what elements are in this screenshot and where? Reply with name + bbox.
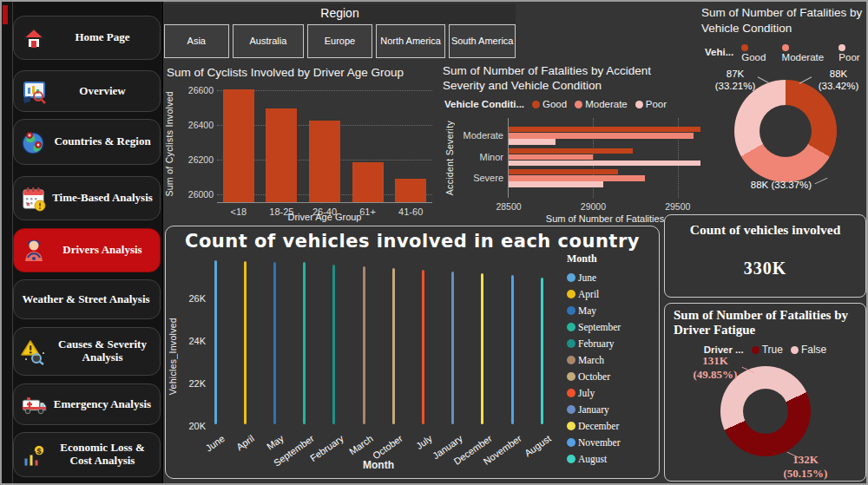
legend-dot [567,438,575,447]
legend-title: Driver ... [704,344,744,355]
region-filter-buttons: Asia Australia Europe North America Sout… [164,24,516,58]
line-may[interactable] [273,262,276,424]
chart-legend: Vehi... Good Moderate Poor [705,42,868,62]
sidebar-item-time-based[interactable]: Time-Based Analysis [13,176,161,220]
legend-item-false[interactable]: False [791,344,826,356]
legend-dot [782,44,789,51]
legend-item-november[interactable]: November [567,434,657,450]
legend-dot [567,455,575,463]
legend-item-poor[interactable]: Poor [838,42,868,62]
fatalities-by-fatigue-donut: Sum of Number of Fatalities by Driver Fa… [664,303,866,482]
x-axis-title: Month [305,459,452,471]
bar-moderate-poor[interactable] [509,139,556,144]
warning-magnifier-icon [17,336,50,367]
overview-icon [17,75,50,107]
bar-26-40[interactable] [309,121,340,202]
x-tick-label: 29000 [581,201,606,212]
bar-moderate-moderate[interactable] [509,133,694,138]
line-june[interactable] [214,260,217,424]
bar-moderate-good[interactable] [509,127,700,132]
y-tick-label: 26K [180,293,206,304]
legend-dot [635,101,643,108]
line-july[interactable] [422,270,424,424]
sidebar-item-label: Economic Loss & Cost Analysis [50,442,155,467]
legend-dot [567,372,575,381]
bar-minor-good[interactable] [509,148,633,154]
region-button-australia[interactable]: Australia [233,24,305,58]
region-button-asia[interactable]: Asia [164,24,229,58]
slice-label-good: 88K(33.42%) [811,68,866,93]
legend-title: Month [567,252,657,265]
line-january[interactable] [451,272,454,424]
y-tick-label: 26600 [172,85,214,95]
slice-label-false: 131K(49.85%) [677,354,753,383]
legend-item-october[interactable]: October [567,368,657,384]
dashboard: Home Page Overview Countries & Region Ti… [0,0,868,485]
legend-item-december[interactable]: December [567,417,657,434]
bar-severe-good[interactable] [509,169,618,174]
region-button-north-america[interactable]: North America [376,24,446,58]
line-september[interactable] [303,262,306,424]
legend-dot [838,44,845,51]
region-button-europe[interactable]: Europe [307,24,372,58]
legend-item-moderate[interactable]: Moderate [782,42,832,62]
line-february[interactable] [332,265,335,424]
legend-dot [567,389,575,397]
legend-item-april[interactable]: April [567,285,657,302]
vehicles-by-month-chart: Count of vehicles involved in each count… [165,226,660,479]
legend-item-january[interactable]: January [567,401,657,417]
sidebar-item-countries-region[interactable]: Countries & Region [13,119,161,165]
legend-dot [575,101,582,108]
y-tick-label: 26200 [172,154,214,165]
bar-severe-moderate[interactable] [509,175,645,180]
legend-item-moderate[interactable]: Moderate [575,99,628,109]
legend-item-june[interactable]: June [567,269,657,285]
y-tick-label: 26400 [172,120,214,130]
legend-item-poor[interactable]: Poor [635,99,667,109]
line-december[interactable] [481,273,483,424]
legend-item-july[interactable]: July [567,384,657,401]
y-category-label: Severe [457,173,503,183]
bar-minor-moderate[interactable] [509,154,593,160]
sidebar-item-economic[interactable]: $ Economic Loss & Cost Analysis [13,432,161,477]
sidebar-item-label: Countries & Region [50,135,155,148]
globe-icon [17,127,50,158]
legend-dot [532,101,540,108]
legend-item-good[interactable]: Good [532,99,567,109]
legend-dot [741,44,748,51]
bar-41-60[interactable] [395,179,426,202]
legend-item-true[interactable]: True [752,344,783,356]
sidebar-item-emergency[interactable]: Emergency Analysis [13,383,161,425]
sidebar-item-label: Drivers Analysis [50,244,155,257]
sidebar-item-drivers-analysis[interactable]: Drivers Analysis [13,228,161,272]
legend-dot [567,405,575,414]
line-march[interactable] [363,266,365,424]
sidebar-item-label: Weather & Street Analysis [17,293,155,306]
legend-dot [567,306,575,315]
bar-18-25[interactable] [266,108,297,202]
legend-item-march[interactable]: March [567,351,657,368]
legend-item-may[interactable]: May [567,302,657,318]
line-april[interactable] [244,261,247,424]
line-november[interactable] [511,275,514,424]
legend-item-september[interactable]: September [567,318,657,335]
legend-item-august[interactable]: August [567,450,657,467]
bar-severe-poor[interactable] [509,181,603,187]
sidebar-item-home-page[interactable]: Home Page [13,16,161,60]
legend-item-good[interactable]: Good [741,42,773,62]
bar-<18[interactable] [223,89,254,202]
bar-61+[interactable] [352,162,384,202]
slice-label-poor: 87K(33.21%) [708,68,762,93]
legend-item-february[interactable]: February [567,335,657,351]
line-october[interactable] [392,268,395,424]
line-august[interactable] [541,278,543,424]
sidebar-item-weather-street[interactable]: Weather & Street Analysis [13,279,161,319]
legend-label: January [578,404,609,415]
sidebar-item-overview[interactable]: Overview [13,70,161,112]
sidebar-item-causes-severity[interactable]: Causes & Severity Analysis [13,327,161,376]
legend-label: December [578,421,619,431]
region-button-south-america[interactable]: South America [449,24,516,58]
vehicles-count-card[interactable]: Count of vehicles involved 330K [664,214,866,298]
bar-minor-poor[interactable] [509,161,700,166]
chart-title: Sum of Number of Fatalities by Vehicle C… [701,5,868,36]
